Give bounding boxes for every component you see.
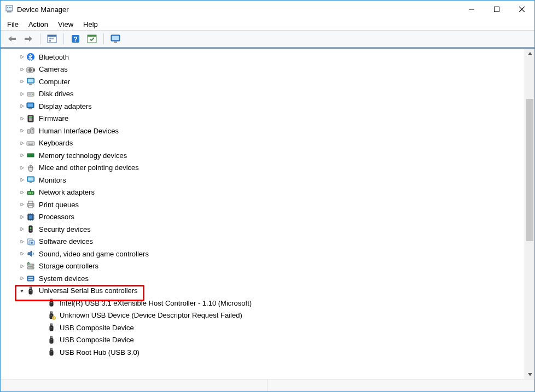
svg-rect-33 bbox=[28, 104, 33, 107]
maximize-button[interactable] bbox=[484, 1, 509, 18]
tree-item-label: USB Composite Device bbox=[59, 335, 135, 344]
tree-category-label: Monitors bbox=[38, 175, 67, 185]
tree-category[interactable]: Cameras bbox=[1, 63, 525, 76]
toolbar-monitor-button[interactable] bbox=[108, 32, 123, 46]
tree-category-label: Keyboards bbox=[38, 138, 74, 148]
vertical-scrollbar[interactable] bbox=[525, 49, 534, 379]
expand-icon[interactable] bbox=[18, 239, 26, 244]
tree-category[interactable]: Security devices bbox=[1, 223, 525, 236]
scan-hardware-button[interactable] bbox=[85, 32, 99, 46]
tree-category[interactable]: Print queues bbox=[1, 198, 525, 211]
expand-icon[interactable] bbox=[18, 116, 26, 121]
expand-icon[interactable] bbox=[18, 103, 26, 109]
expand-icon[interactable] bbox=[18, 141, 26, 146]
svg-rect-36 bbox=[29, 116, 32, 118]
svg-point-91 bbox=[32, 265, 33, 266]
expand-icon[interactable] bbox=[18, 226, 26, 232]
scroll-down-button[interactable] bbox=[525, 370, 534, 379]
tree-category[interactable]: Sound, video and game controllers bbox=[1, 248, 525, 260]
expand-icon[interactable] bbox=[18, 276, 26, 281]
svg-rect-34 bbox=[28, 108, 32, 109]
window-title: Device Manager bbox=[17, 5, 69, 14]
tree-item[interactable]: !Unknown USB Device (Device Descriptor R… bbox=[1, 309, 525, 322]
expand-icon[interactable] bbox=[18, 128, 26, 133]
svg-rect-11 bbox=[49, 38, 51, 39]
svg-rect-61 bbox=[28, 192, 30, 194]
expand-icon[interactable] bbox=[18, 264, 26, 269]
tree-category[interactable]: Network adapters bbox=[1, 186, 525, 199]
expand-icon[interactable] bbox=[18, 190, 26, 195]
minimize-button[interactable] bbox=[459, 1, 484, 18]
tree-category[interactable]: Monitors bbox=[1, 174, 525, 186]
device-tree[interactable]: BluetoothCamerasComputerDisk drivesDispl… bbox=[1, 49, 525, 379]
expand-icon[interactable] bbox=[18, 91, 26, 97]
scrollbar-thumb[interactable] bbox=[526, 99, 533, 241]
display-adapter-icon bbox=[26, 101, 36, 111]
scrollbar-track[interactable] bbox=[525, 58, 534, 370]
scroll-up-button[interactable] bbox=[525, 49, 534, 58]
svg-point-1 bbox=[7, 7, 8, 8]
tree-category[interactable]: Disk drives bbox=[1, 88, 525, 101]
svg-rect-28 bbox=[28, 85, 33, 85]
expand-icon[interactable] bbox=[18, 165, 26, 171]
back-button[interactable] bbox=[5, 32, 19, 46]
status-bar bbox=[1, 379, 534, 391]
tree-category[interactable]: Memory technology devices bbox=[1, 149, 525, 162]
tree-category[interactable]: Computer bbox=[1, 75, 525, 88]
tree-category[interactable]: Human Interface Devices bbox=[1, 125, 525, 137]
svg-rect-13 bbox=[49, 40, 51, 42]
show-hidden-button[interactable] bbox=[45, 32, 59, 46]
svg-point-2 bbox=[9, 7, 10, 8]
expand-icon[interactable] bbox=[18, 79, 26, 84]
svg-point-88 bbox=[31, 242, 33, 244]
svg-rect-37 bbox=[29, 118, 32, 119]
expand-icon[interactable] bbox=[18, 54, 26, 60]
tree-category[interactable]: Processors bbox=[1, 211, 525, 224]
computer-icon bbox=[26, 77, 36, 86]
tree-item[interactable]: USB Composite Device bbox=[1, 334, 525, 347]
tree-category[interactable]: Storage controllers bbox=[1, 260, 525, 273]
tree-category[interactable]: Display adapters bbox=[1, 100, 525, 113]
titlebar[interactable]: Device Manager bbox=[1, 1, 534, 18]
system-icon bbox=[26, 273, 36, 283]
tree-item[interactable]: USB Root Hub (USB 3.0) bbox=[1, 346, 525, 359]
menu-file[interactable]: File bbox=[7, 20, 19, 28]
svg-rect-108 bbox=[51, 324, 53, 326]
tree-item-label: USB Composite Device bbox=[59, 323, 135, 332]
tree-category[interactable]: Firmware bbox=[1, 113, 525, 125]
forward-button[interactable] bbox=[21, 32, 36, 46]
bluetooth-icon bbox=[26, 52, 36, 62]
tree-category[interactable]: Mice and other pointing devices bbox=[1, 162, 525, 174]
menu-help[interactable]: Help bbox=[83, 20, 98, 28]
svg-rect-6 bbox=[495, 7, 499, 12]
tree-category[interactable]: Universal Serial Bus controllers bbox=[1, 285, 525, 297]
expand-icon[interactable] bbox=[18, 67, 26, 72]
app-icon bbox=[5, 4, 14, 15]
tree-item[interactable]: USB Composite Device bbox=[1, 321, 525, 334]
tree-item[interactable]: Intel(R) USB 3.1 eXtensible Host Control… bbox=[1, 297, 525, 309]
tree-category[interactable]: Keyboards bbox=[1, 137, 525, 150]
tree-category[interactable]: Bluetooth bbox=[1, 51, 525, 63]
tree-category[interactable]: Software devices bbox=[1, 236, 525, 248]
menu-action[interactable]: Action bbox=[28, 20, 48, 28]
usb-icon-warning: ! bbox=[46, 311, 56, 320]
no-expand-icon bbox=[39, 337, 46, 343]
expand-icon[interactable] bbox=[18, 251, 26, 256]
usb-icon bbox=[46, 335, 56, 345]
collapse-icon[interactable] bbox=[18, 288, 26, 294]
expand-icon[interactable] bbox=[18, 202, 26, 207]
expand-icon[interactable] bbox=[18, 177, 26, 183]
expand-icon[interactable] bbox=[18, 214, 26, 220]
no-expand-icon bbox=[39, 325, 46, 331]
svg-rect-98 bbox=[29, 289, 32, 294]
svg-rect-109 bbox=[50, 326, 53, 331]
close-button[interactable] bbox=[509, 1, 534, 18]
help-button[interactable]: ? bbox=[68, 32, 83, 46]
svg-rect-102 bbox=[51, 302, 53, 303]
svg-point-92 bbox=[32, 267, 33, 268]
tree-category-label: Display adapters bbox=[38, 102, 93, 111]
svg-rect-114 bbox=[51, 348, 53, 350]
tree-category[interactable]: System devices bbox=[1, 272, 525, 285]
expand-icon[interactable] bbox=[18, 153, 26, 158]
menu-view[interactable]: View bbox=[58, 20, 73, 28]
